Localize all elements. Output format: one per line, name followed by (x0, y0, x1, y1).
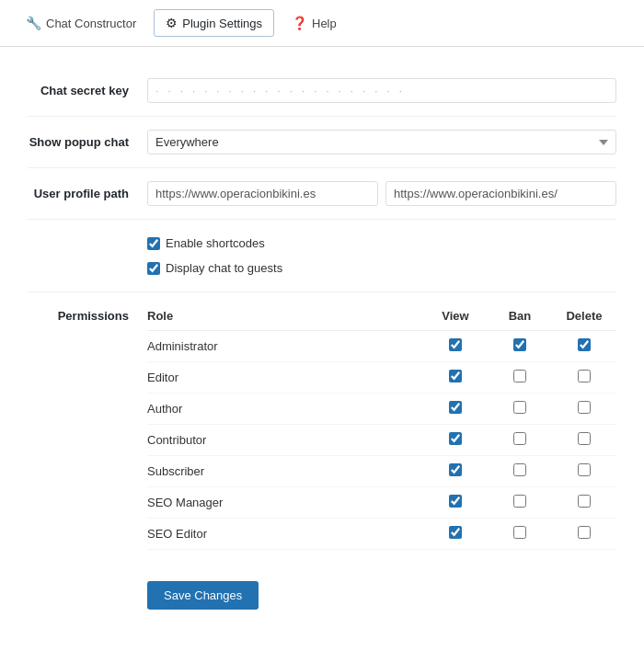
role-name: Editor (147, 371, 423, 384)
view-check-cell (423, 463, 488, 479)
delete-checkbox[interactable] (578, 463, 591, 476)
delete-check-cell (552, 370, 616, 385)
show-popup-chat-control: Everywhere Nowhere Only logged in Only g… (147, 130, 616, 154)
delete-checkbox[interactable] (578, 495, 591, 508)
view-checkbox[interactable] (449, 338, 462, 351)
role-name: Contributor (147, 433, 423, 447)
chat-secret-key-input[interactable] (147, 78, 616, 103)
view-check-cell (423, 432, 488, 448)
user-profile-path-control (147, 181, 616, 206)
ban-checkbox[interactable] (513, 526, 526, 539)
main-content: Chat secret key Show popup chat Everywhe… (0, 47, 644, 646)
nav-help[interactable]: ❓ Help (280, 9, 349, 37)
delete-checkbox[interactable] (578, 370, 591, 382)
view-checkbox[interactable] (449, 463, 462, 476)
role-name: SEO Manager (147, 496, 423, 509)
view-checkbox[interactable] (449, 495, 462, 508)
show-popup-chat-label: Show popup chat (28, 130, 147, 151)
nav-help-label: Help (312, 17, 337, 30)
checkboxes-section: Enable shortcodes Display chat to guests (28, 220, 616, 292)
view-checkbox[interactable] (449, 432, 462, 445)
permissions-table: Role View Ban Delete AdministratorEditor… (147, 305, 616, 550)
ban-checkbox[interactable] (513, 338, 526, 351)
ban-check-cell (488, 463, 552, 479)
display-chat-guests-row: Display chat to guests (147, 256, 616, 280)
table-row: SEO Manager (147, 487, 616, 519)
view-checkbox[interactable] (449, 526, 462, 539)
info-icon: ❓ (292, 16, 307, 30)
view-check-cell (423, 526, 488, 542)
delete-checkbox[interactable] (578, 526, 591, 539)
chat-secret-key-control (147, 78, 616, 103)
delete-check-cell (552, 526, 616, 542)
delete-check-cell (552, 401, 616, 417)
perm-col-delete: Delete (552, 309, 616, 323)
dual-input (147, 181, 616, 206)
user-profile-path-row: User profile path (28, 168, 616, 220)
save-changes-button[interactable]: Save Changes (147, 581, 259, 610)
wrench-icon: 🔧 (26, 16, 41, 30)
ban-check-cell (488, 370, 552, 385)
permissions-header: Role View Ban Delete (147, 305, 616, 331)
show-popup-chat-select[interactable]: Everywhere Nowhere Only logged in Only g… (147, 130, 616, 154)
permissions-label: Permissions (28, 305, 147, 323)
page-wrapper: 🔧 Chat Constructor ⚙ Plugin Settings ❓ H… (0, 0, 644, 662)
nav-chat-constructor[interactable]: 🔧 Chat Constructor (14, 9, 148, 37)
nav-chat-constructor-label: Chat Constructor (46, 17, 136, 30)
view-check-cell (423, 495, 488, 510)
role-name: Author (147, 402, 423, 416)
delete-check-cell (552, 432, 616, 448)
perm-col-view: View (423, 309, 488, 323)
role-name: Administrator (147, 339, 423, 353)
enable-shortcodes-checkbox[interactable] (147, 237, 160, 250)
view-check-cell (423, 401, 488, 417)
delete-check-cell (552, 495, 616, 510)
checkboxes-offset: Enable shortcodes Display chat to guests (147, 231, 616, 280)
show-popup-chat-row: Show popup chat Everywhere Nowhere Only … (28, 117, 616, 168)
display-chat-guests-label: Display chat to guests (166, 261, 282, 275)
ban-check-cell (488, 338, 552, 354)
view-check-cell (423, 338, 488, 354)
delete-checkbox[interactable] (578, 432, 591, 445)
ban-check-cell (488, 432, 552, 448)
perm-col-ban: Ban (488, 309, 552, 323)
table-row: Administrator (147, 331, 616, 362)
delete-check-cell (552, 338, 616, 354)
table-row: Subscriber (147, 456, 616, 487)
save-section: Save Changes (28, 563, 616, 628)
ban-checkbox[interactable] (513, 463, 526, 476)
chat-secret-key-row: Chat secret key (28, 65, 616, 117)
table-row: Author (147, 394, 616, 425)
table-row: Contributor (147, 425, 616, 456)
ban-check-cell (488, 495, 552, 510)
permissions-row: Permissions Role View Ban Delete Adminis… (28, 292, 616, 563)
perm-col-role: Role (147, 309, 423, 323)
role-name: SEO Editor (147, 527, 423, 541)
top-nav: 🔧 Chat Constructor ⚙ Plugin Settings ❓ H… (0, 0, 644, 47)
ban-checkbox[interactable] (513, 432, 526, 445)
delete-checkbox[interactable] (578, 338, 591, 351)
permissions-data-rows: AdministratorEditorAuthorContributorSubs… (147, 331, 616, 550)
chat-secret-key-label: Chat secret key (28, 78, 147, 99)
enable-shortcodes-label: Enable shortcodes (166, 236, 265, 250)
ban-checkbox[interactable] (513, 495, 526, 508)
role-name: Subscriber (147, 464, 423, 478)
view-checkbox[interactable] (449, 401, 462, 414)
gear-icon: ⚙ (166, 16, 178, 30)
table-row: SEO Editor (147, 519, 616, 550)
nav-plugin-settings-label: Plugin Settings (182, 17, 262, 30)
user-profile-path-label: User profile path (28, 181, 147, 202)
ban-check-cell (488, 401, 552, 417)
ban-check-cell (488, 526, 552, 542)
ban-checkbox[interactable] (513, 370, 526, 382)
delete-checkbox[interactable] (578, 401, 591, 414)
table-row: Editor (147, 362, 616, 394)
user-profile-path-2-input[interactable] (385, 181, 616, 206)
view-checkbox[interactable] (449, 370, 462, 382)
user-profile-path-1-input[interactable] (147, 181, 378, 206)
display-chat-guests-checkbox[interactable] (147, 262, 160, 275)
nav-plugin-settings[interactable]: ⚙ Plugin Settings (154, 9, 274, 37)
delete-check-cell (552, 463, 616, 479)
ban-checkbox[interactable] (513, 401, 526, 414)
view-check-cell (423, 370, 488, 385)
